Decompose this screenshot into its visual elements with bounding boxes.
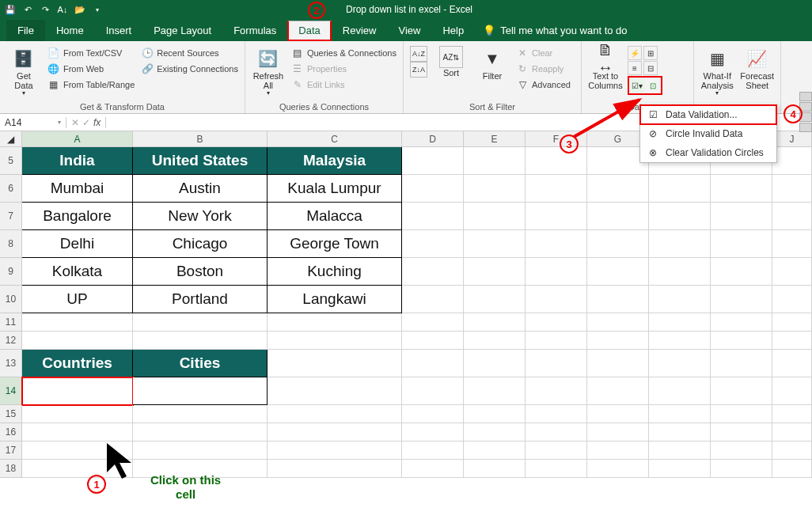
cell-C14[interactable]: [268, 377, 402, 405]
fx-icon[interactable]: fx: [93, 117, 101, 128]
refresh-all-button[interactable]: 🔄 Refresh All ▾: [250, 43, 286, 100]
cell-G6[interactable]: [587, 175, 649, 203]
cell-I13[interactable]: [711, 350, 772, 377]
cell-B7[interactable]: New York: [133, 203, 268, 230]
cell-A12[interactable]: [22, 332, 133, 350]
menu-clear-circles[interactable]: ⊗ Clear Validation Circles: [640, 143, 776, 162]
from-web-button[interactable]: 🌐From Web: [46, 62, 136, 76]
menu-circle-invalid[interactable]: ⊘ Circle Invalid Data: [640, 124, 776, 143]
row-head-7[interactable]: 7: [0, 203, 22, 230]
cell-B8[interactable]: Chicago: [133, 230, 268, 258]
menu-data-validation[interactable]: ☑ Data Validation...: [640, 105, 776, 124]
cell-G7[interactable]: [587, 203, 649, 230]
cell-G12[interactable]: [587, 332, 649, 350]
existing-connections-button[interactable]: 🔗Existing Connections: [139, 62, 240, 76]
filter-button[interactable]: ▼ Filter: [473, 43, 511, 84]
cell-E8[interactable]: [464, 230, 526, 258]
cell-J14[interactable]: [772, 377, 812, 405]
worksheet-grid[interactable]: 5 India United States Malaysia 6MumbaiAu…: [0, 147, 812, 478]
cell-F11[interactable]: [526, 313, 587, 332]
cell-I7[interactable]: [711, 203, 772, 230]
tab-data[interactable]: Data: [287, 21, 331, 41]
cell-D15[interactable]: [402, 405, 464, 423]
open-qat-icon[interactable]: 📂: [73, 2, 87, 17]
cell-E10[interactable]: [464, 286, 526, 313]
tab-page-layout[interactable]: Page Layout: [142, 20, 222, 41]
cell-H12[interactable]: [649, 332, 711, 350]
cell-A8[interactable]: Delhi: [22, 230, 133, 258]
cell-J12[interactable]: [772, 332, 812, 350]
row-head-14[interactable]: 14: [0, 377, 22, 405]
cell-C5[interactable]: Malaysia: [268, 147, 402, 175]
cell-H6[interactable]: [649, 175, 711, 203]
cell-A16[interactable]: [22, 423, 133, 442]
cell-G11[interactable]: [587, 313, 649, 332]
cell-J18[interactable]: [772, 460, 812, 478]
tab-help[interactable]: Help: [431, 20, 475, 41]
cell-E11[interactable]: [464, 313, 526, 332]
cell-C6[interactable]: Kuala Lumpur: [268, 175, 402, 203]
cell-C13[interactable]: [268, 350, 402, 377]
relationships-icon[interactable]: ⊟: [643, 61, 658, 75]
cell-C18[interactable]: [268, 460, 402, 478]
cell-D6[interactable]: [402, 175, 464, 203]
cell-D9[interactable]: [402, 258, 464, 286]
sort-button[interactable]: AZ⇅ Sort: [432, 43, 470, 81]
row-head-18[interactable]: 18: [0, 460, 22, 478]
from-text-csv-button[interactable]: 📄From Text/CSV: [46, 46, 136, 60]
cell-H9[interactable]: [649, 258, 711, 286]
cell-J17[interactable]: [772, 442, 812, 460]
cell-G15[interactable]: [587, 405, 649, 423]
cell-E6[interactable]: [464, 175, 526, 203]
cell-F10[interactable]: [526, 286, 587, 313]
cell-I6[interactable]: [711, 175, 772, 203]
cell-I9[interactable]: [711, 258, 772, 286]
what-if-button[interactable]: ▦ What-If Analysis ▾: [699, 43, 736, 100]
row-head-10[interactable]: 10: [0, 286, 22, 313]
cell-G16[interactable]: [587, 423, 649, 442]
cell-H18[interactable]: [649, 460, 711, 478]
cell-E16[interactable]: [464, 423, 526, 442]
row-head-5[interactable]: 5: [0, 147, 22, 175]
tab-insert[interactable]: Insert: [95, 20, 143, 41]
cell-J15[interactable]: [772, 405, 812, 423]
row-head-15[interactable]: 15: [0, 405, 22, 423]
row-head-9[interactable]: 9: [0, 258, 22, 286]
row-head-17[interactable]: 17: [0, 442, 22, 460]
cell-G10[interactable]: [587, 286, 649, 313]
cell-G14[interactable]: [587, 377, 649, 405]
cell-A10[interactable]: UP: [22, 286, 133, 313]
cell-F6[interactable]: [526, 175, 587, 203]
cell-F18[interactable]: [526, 460, 587, 478]
cell-E17[interactable]: [464, 442, 526, 460]
cell-B17[interactable]: [133, 442, 268, 460]
cell-F15[interactable]: [526, 405, 587, 423]
cell-H15[interactable]: [649, 405, 711, 423]
save-icon[interactable]: 💾: [3, 2, 17, 17]
flash-fill-icon[interactable]: ⚡: [628, 46, 642, 60]
cell-I12[interactable]: [711, 332, 772, 350]
cell-I11[interactable]: [711, 313, 772, 332]
cell-H10[interactable]: [649, 286, 711, 313]
row-head-13[interactable]: 13: [0, 350, 22, 377]
tell-me[interactable]: 💡 Tell me what you want to do: [475, 20, 635, 41]
cell-A9[interactable]: Kolkata: [22, 258, 133, 286]
cell-I17[interactable]: [711, 442, 772, 460]
from-table-button[interactable]: ▦From Table/Range: [46, 78, 136, 92]
cell-E14[interactable]: [464, 377, 526, 405]
cell-I8[interactable]: [711, 230, 772, 258]
row-head-11[interactable]: 11: [0, 313, 22, 332]
cell-D17[interactable]: [402, 442, 464, 460]
remove-duplicates-icon[interactable]: ≡: [628, 61, 642, 75]
cell-I14[interactable]: [711, 377, 772, 405]
cell-J10[interactable]: [772, 286, 812, 313]
name-box[interactable]: A14 ▾: [0, 117, 66, 128]
cell-I16[interactable]: [711, 423, 772, 442]
cell-B14[interactable]: [133, 377, 268, 405]
tab-review[interactable]: Review: [332, 20, 388, 41]
row-head-16[interactable]: 16: [0, 423, 22, 442]
cell-C7[interactable]: Malacca: [268, 203, 402, 230]
cell-F9[interactable]: [526, 258, 587, 286]
cell-A13[interactable]: Countries: [22, 350, 133, 377]
cell-G18[interactable]: [587, 460, 649, 478]
